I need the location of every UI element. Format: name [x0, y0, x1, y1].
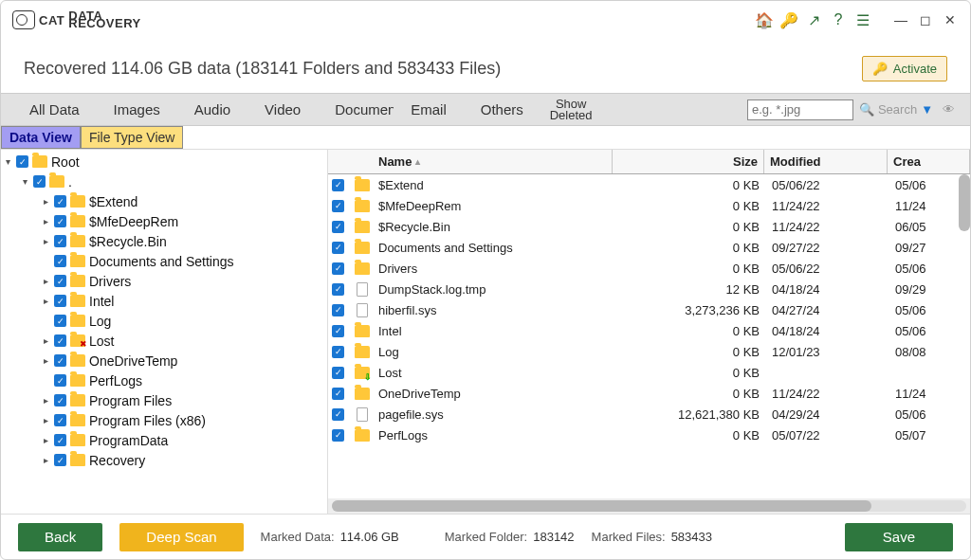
- checkbox[interactable]: ✓: [332, 200, 344, 212]
- checkbox[interactable]: ✓: [332, 283, 344, 296]
- checkbox[interactable]: ✓: [54, 255, 66, 267]
- checkbox[interactable]: ✓: [332, 304, 344, 316]
- table-row[interactable]: ✓Drivers0 KB05/06/2205/06: [328, 258, 970, 279]
- tab-documents[interactable]: Documents: [318, 98, 394, 121]
- col-modified[interactable]: Modified: [764, 150, 888, 173]
- checkbox[interactable]: ✓: [332, 179, 344, 191]
- checkbox[interactable]: ✓: [54, 374, 66, 387]
- checkbox[interactable]: ✓: [332, 325, 344, 337]
- tab-video[interactable]: Video: [247, 98, 318, 121]
- expand-icon[interactable]: ▸: [41, 216, 50, 226]
- tree-item[interactable]: ✓Documents and Settings: [1, 251, 327, 271]
- arrow-icon[interactable]: ↗: [801, 8, 826, 32]
- expand-icon[interactable]: ▸: [41, 355, 50, 366]
- table-row[interactable]: ✓Lost0 KB: [328, 362, 970, 383]
- expand-icon[interactable]: ▸: [41, 236, 50, 246]
- tab-images[interactable]: Images: [97, 98, 177, 121]
- collapse-icon[interactable]: ▾: [3, 156, 12, 167]
- horizontal-scrollbar[interactable]: [328, 498, 970, 514]
- tree-item[interactable]: ▸✓$MfeDeepRem: [1, 211, 327, 231]
- maximize-button[interactable]: ◻: [913, 8, 938, 32]
- table-row[interactable]: ✓Log0 KB12/01/2308/08: [328, 341, 970, 362]
- col-name[interactable]: Name▴: [373, 150, 613, 173]
- tree-root[interactable]: ▾ ✓ Root: [1, 152, 327, 172]
- table-row[interactable]: ✓Intel0 KB04/18/2405/06: [328, 320, 970, 341]
- tree-item[interactable]: ✓PerfLogs: [1, 370, 327, 390]
- tree-item[interactable]: ▸✓Program Files: [1, 390, 327, 410]
- checkbox[interactable]: ✓: [54, 394, 66, 406]
- checkbox[interactable]: ✓: [332, 262, 344, 275]
- tree-item[interactable]: ▸✓OneDriveTemp: [1, 351, 327, 370]
- tab-email[interactable]: Email: [394, 98, 464, 121]
- checkbox[interactable]: ✓: [54, 235, 66, 247]
- checkbox[interactable]: ✓: [332, 242, 344, 254]
- checkbox[interactable]: ✓: [332, 388, 344, 400]
- table-row[interactable]: ✓pagefile.sys12,621,380 KB04/29/2405/06: [328, 404, 970, 425]
- checkbox[interactable]: ✓: [54, 215, 66, 227]
- minimize-button[interactable]: —: [889, 8, 913, 32]
- checkbox[interactable]: ✓: [54, 354, 66, 367]
- deep-scan-button[interactable]: Deep Scan: [119, 523, 243, 551]
- key-icon[interactable]: 🔑: [777, 8, 801, 32]
- table-row[interactable]: ✓DumpStack.log.tmp12 KB04/18/2409/29: [328, 279, 970, 299]
- save-button[interactable]: Save: [845, 523, 953, 551]
- search-input[interactable]: [747, 99, 853, 120]
- expand-icon[interactable]: ▸: [41, 455, 50, 465]
- tab-data-view[interactable]: Data View: [1, 126, 81, 149]
- tree-item[interactable]: ▸✓Lost: [1, 331, 327, 351]
- checkbox[interactable]: ✓: [332, 346, 344, 358]
- checkbox[interactable]: ✓: [54, 454, 66, 466]
- tab-file-type-view[interactable]: File Type View: [81, 126, 184, 149]
- checkbox[interactable]: ✓: [54, 334, 66, 347]
- back-button[interactable]: Back: [18, 523, 102, 551]
- tab-show-deleted[interactable]: Show Deleted: [540, 99, 602, 121]
- checkbox[interactable]: ✓: [332, 429, 344, 442]
- checkbox[interactable]: ✓: [54, 434, 66, 446]
- question-icon[interactable]: ?: [826, 8, 851, 32]
- table-row[interactable]: ✓$Extend0 KB05/06/2205/06: [328, 174, 970, 195]
- tab-others[interactable]: Others: [464, 98, 540, 121]
- collapse-icon[interactable]: ▾: [20, 176, 29, 187]
- expand-icon[interactable]: ▸: [41, 395, 50, 406]
- col-created[interactable]: Crea: [888, 150, 970, 173]
- expand-icon[interactable]: ▸: [41, 335, 50, 346]
- tree-item[interactable]: ▸✓ProgramData: [1, 430, 327, 450]
- checkbox[interactable]: ✓: [54, 275, 66, 287]
- tab-all-data[interactable]: All Data: [12, 98, 97, 121]
- table-row[interactable]: ✓PerfLogs0 KB05/07/2205/07: [328, 425, 970, 445]
- tree-item[interactable]: ▸✓Drivers: [1, 271, 327, 291]
- home-icon[interactable]: 🏠: [752, 8, 777, 32]
- expand-icon[interactable]: ▸: [41, 276, 50, 286]
- table-row[interactable]: ✓Documents and Settings0 KB09/27/2209/27: [328, 237, 970, 258]
- close-button[interactable]: ✕: [938, 8, 962, 32]
- tree-item[interactable]: ▸✓Recovery: [1, 450, 327, 470]
- col-size[interactable]: Size: [613, 150, 764, 173]
- table-row[interactable]: ✓$Recycle.Bin0 KB11/24/2206/05: [328, 216, 970, 237]
- eye-icon[interactable]: 👁: [939, 102, 959, 117]
- tab-audio[interactable]: Audio: [177, 98, 247, 121]
- expand-icon[interactable]: ▸: [41, 415, 50, 425]
- tree-item[interactable]: ▸✓Program Files (x86): [1, 410, 327, 430]
- checkbox[interactable]: ✓: [332, 221, 344, 233]
- checkbox[interactable]: ✓: [54, 295, 66, 307]
- expand-icon[interactable]: ▸: [41, 435, 50, 445]
- tree-dot[interactable]: ▾ ✓ .: [1, 172, 327, 191]
- tree-item[interactable]: ▸✓Intel: [1, 291, 327, 311]
- checkbox[interactable]: ✓: [54, 195, 66, 208]
- search-button[interactable]: 🔍 Search ▼: [853, 102, 939, 117]
- grid-body[interactable]: ✓$Extend0 KB05/06/2205/06✓$MfeDeepRem0 K…: [328, 174, 970, 498]
- checkbox[interactable]: ✓: [54, 315, 66, 327]
- vertical-scrollbar[interactable]: [959, 174, 970, 498]
- checkbox[interactable]: ✓: [54, 414, 66, 426]
- expand-icon[interactable]: ▸: [41, 296, 50, 306]
- checkbox[interactable]: ✓: [16, 155, 28, 168]
- folder-tree[interactable]: ▾ ✓ Root ▾ ✓ . ▸✓$Extend▸✓$MfeDeepRem▸✓$…: [1, 150, 328, 514]
- table-row[interactable]: ✓hiberfil.sys3,273,236 KB04/27/2405/06: [328, 299, 970, 320]
- tree-item[interactable]: ▸✓$Recycle.Bin: [1, 231, 327, 251]
- tree-item[interactable]: ▸✓$Extend: [1, 191, 327, 211]
- tree-item[interactable]: ✓Log: [1, 311, 327, 331]
- activate-button[interactable]: 🔑 Activate: [862, 56, 947, 81]
- checkbox[interactable]: ✓: [33, 175, 46, 188]
- expand-icon[interactable]: ▸: [41, 196, 50, 207]
- menu-icon[interactable]: ☰: [851, 8, 875, 32]
